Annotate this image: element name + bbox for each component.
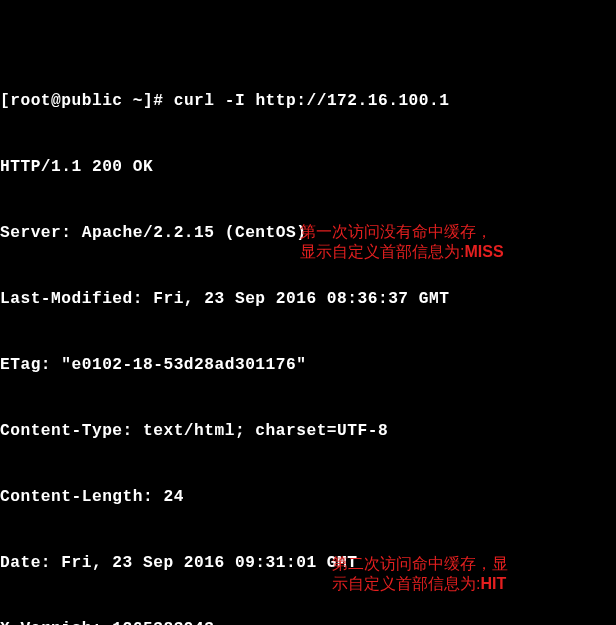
annotation-miss-line1: 第一次访问没有命中缓存， bbox=[300, 222, 610, 242]
prompt-close: ] bbox=[143, 90, 153, 112]
prompt-sep bbox=[123, 90, 133, 112]
command-text: curl -I http://172.16.100.1 bbox=[174, 90, 450, 112]
annotation-miss: 第一次访问没有命中缓存， 显示自定义首部信息为:MISS bbox=[300, 222, 610, 262]
header-content-type-1: Content-Type: text/html; charset=UTF-8 bbox=[0, 420, 616, 442]
prompt-line-1: [ root @ public ~ ] # curl -I http://172… bbox=[0, 90, 616, 112]
annotation-hit-line1: 第二次访问命中缓存，显 bbox=[332, 554, 616, 574]
status-line-1: HTTP/1.1 200 OK bbox=[0, 156, 616, 178]
annotation-miss-line2: 显示自定义首部信息为:MISS bbox=[300, 242, 610, 262]
prompt-at: @ bbox=[51, 90, 61, 112]
header-x-varnish-1: X-Varnish: 1265383943 bbox=[0, 618, 616, 625]
annotation-hit: 第二次访问命中缓存，显 示自定义首部信息为:HIT bbox=[332, 554, 616, 594]
prompt-open: [ bbox=[0, 90, 10, 112]
annotation-miss-pre: 显示自定义首部信息为: bbox=[300, 243, 464, 260]
header-etag-1: ETag: "e0102-18-53d28ad301176" bbox=[0, 354, 616, 376]
prompt-mark: # bbox=[153, 90, 163, 112]
annotation-miss-strong: MISS bbox=[464, 243, 503, 260]
prompt-space bbox=[163, 90, 173, 112]
terminal-output: [ root @ public ~ ] # curl -I http://172… bbox=[0, 0, 616, 625]
prompt-host: public bbox=[61, 90, 122, 112]
prompt-path: ~ bbox=[133, 90, 143, 112]
header-last-modified-1: Last-Modified: Fri, 23 Sep 2016 08:36:37… bbox=[0, 288, 616, 310]
annotation-hit-strong: HIT bbox=[480, 575, 506, 592]
prompt-user: root bbox=[10, 90, 51, 112]
header-content-length-1: Content-Length: 24 bbox=[0, 486, 616, 508]
annotation-hit-pre: 示自定义首部信息为: bbox=[332, 575, 480, 592]
annotation-hit-line2: 示自定义首部信息为:HIT bbox=[332, 574, 616, 594]
